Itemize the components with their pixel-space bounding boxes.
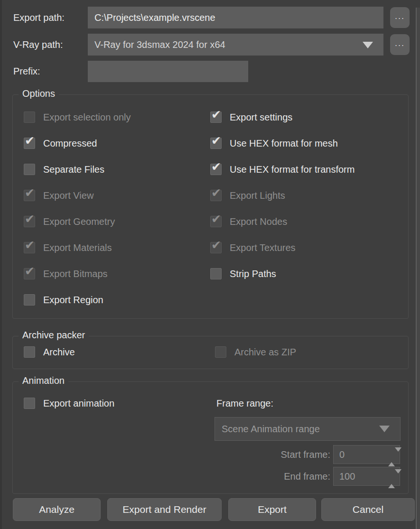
start-frame-value: 0 [339,449,345,460]
export-path-label: Export path: [13,7,65,28]
checkbox-archive[interactable]: Archive [24,346,75,358]
checkbox-label: Export Region [43,295,103,306]
checkbox-export-materials[interactable]: ✔Export Materials [24,241,112,254]
check-icon: ✔ [211,135,221,147]
export-path-input[interactable] [88,7,383,28]
checkbox-export-lights[interactable]: ✔Export Lights [210,189,285,202]
chevron-down-icon [379,426,390,432]
checkbox-label: Export Bitmaps [43,269,108,279]
check-icon: ✔ [25,265,35,277]
spinner-arrows-icon[interactable] [388,448,395,466]
checkbox-box[interactable]: ✔ [210,242,222,253]
spinner-arrows-icon[interactable] [388,470,395,488]
end-frame-label: End frame: [190,470,330,483]
check-icon: ✔ [211,213,221,225]
checkbox-label: Archive [43,347,75,358]
chevron-down-icon [363,42,373,48]
checkbox-label: Separate Files [43,164,104,175]
checkbox-label: Export selection only [43,112,131,123]
vray-path-browse-button[interactable]: ... [390,34,410,55]
checkbox-strip-paths[interactable]: Strip Paths [210,268,276,280]
prefix-label: Prefix: [13,61,40,82]
vray-path-dropdown-value: V-Ray for 3dsmax 2024 for x64 [94,39,225,50]
checkbox-label: Use HEX format for transform [230,164,355,175]
checkbox-use-hex-format-for-mesh[interactable]: ✔Use HEX format for mesh [210,137,338,149]
checkbox-box[interactable]: ✔ [24,268,35,279]
checkbox-export-view[interactable]: ✔Export View [24,189,93,202]
start-frame-spinner[interactable]: 0 [333,445,400,464]
checkbox-box[interactable] [24,111,35,123]
checkbox-box[interactable]: ✔ [24,138,35,149]
frame-range-dropdown-value: Scene Animation range [222,424,320,434]
checkbox-label: Strip Paths [230,269,276,279]
checkbox-box[interactable] [24,346,35,358]
checkbox-box[interactable]: ✔ [210,190,222,201]
checkbox-export-nodes[interactable]: ✔Export Nodes [210,215,287,228]
checkbox-box[interactable]: ✔ [210,216,222,227]
vray-path-dropdown[interactable]: V-Ray for 3dsmax 2024 for x64 [88,34,383,56]
options-group-title: Options [19,88,59,99]
analyze-button[interactable]: Analyze [13,498,101,521]
export-and-render-button[interactable]: Export and Render [107,498,222,521]
checkbox-label: Export Nodes [230,216,287,227]
checkbox-use-hex-format-for-transform[interactable]: ✔Use HEX format for transform [210,163,355,176]
checkbox-export-animation[interactable]: Export animation [24,397,114,409]
check-icon: ✔ [25,135,35,147]
vray-export-dialog: Export path: ... V-Ray path: V-Ray for 3… [0,0,420,529]
options-group: Options Export selection only✔Export set… [12,94,409,319]
checkbox-export-selection-only[interactable]: Export selection only [24,111,131,123]
checkbox-box[interactable] [210,268,222,279]
checkbox-box[interactable] [24,294,35,306]
checkbox-export-region[interactable]: Export Region [24,294,103,306]
checkbox-export-settings[interactable]: ✔Export settings [210,111,292,123]
window-left-edge [0,0,2,529]
animation-group: Animation Export animation Frame range: … [12,381,409,494]
checkbox-label: Export Materials [43,242,112,253]
prefix-input[interactable] [88,61,248,82]
checkbox-export-bitmaps[interactable]: ✔Export Bitmaps [24,268,108,280]
checkbox-box[interactable]: ✔ [24,216,35,227]
cancel-button[interactable]: Cancel [321,498,415,521]
checkbox-box[interactable] [24,164,35,175]
checkbox-box[interactable]: ✔ [24,242,35,253]
checkbox-label: Export Textures [230,242,296,253]
checkbox-label: Compressed [43,138,97,149]
checkbox-label: Export settings [230,112,292,123]
check-icon: ✔ [211,161,221,173]
checkbox-compressed[interactable]: ✔Compressed [24,137,97,149]
scrollbar[interactable] [416,8,420,529]
export-button[interactable]: Export [228,498,316,521]
checkbox-archive-as-zip[interactable]: Archive as ZIP [215,346,296,358]
check-icon: ✔ [25,213,35,225]
checkbox-label: Export View [43,190,93,201]
check-icon: ✔ [25,239,35,251]
archive-packer-group-title: Archive packer [19,330,89,341]
checkbox-label: Export Lights [230,190,285,201]
end-frame-value: 100 [339,471,355,482]
checkbox-box[interactable]: ✔ [24,190,35,201]
archive-packer-group: Archive packer ArchiveArchive as ZIP [12,336,409,369]
frame-range-dropdown[interactable]: Scene Animation range [215,417,401,441]
export-path-browse-button[interactable]: ... [390,7,410,28]
checkbox-box[interactable]: ✔ [210,111,222,123]
checkbox-box[interactable] [24,398,35,409]
check-icon: ✔ [25,187,35,199]
checkbox-box[interactable]: ✔ [210,138,222,149]
check-icon: ✔ [211,109,221,121]
checkbox-label: Export animation [43,398,114,409]
check-icon: ✔ [211,187,221,199]
checkbox-box[interactable]: ✔ [210,164,222,175]
animation-group-title: Animation [19,375,68,386]
start-frame-label: Start frame: [190,448,330,461]
checkbox-export-geometry[interactable]: ✔Export Geometry [24,215,115,228]
end-frame-spinner[interactable]: 100 [333,467,400,486]
checkbox-label: Archive as ZIP [234,347,296,358]
checkbox-label: Export Geometry [43,216,115,227]
checkbox-label: Use HEX format for mesh [230,138,338,149]
frame-range-label: Frame range: [216,397,273,409]
check-icon: ✔ [211,239,221,251]
checkbox-export-textures[interactable]: ✔Export Textures [210,241,296,254]
vray-path-label: V-Ray path: [13,34,63,56]
checkbox-box[interactable] [215,346,226,358]
checkbox-separate-files[interactable]: Separate Files [24,163,104,176]
